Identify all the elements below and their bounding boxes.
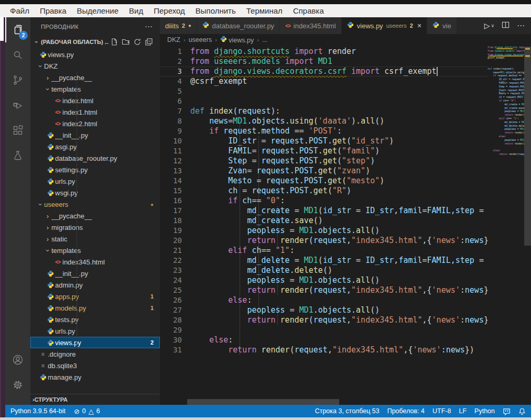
status-item-2[interactable]: UTF-8 — [432, 407, 451, 415]
explorer-icon[interactable]: 2 — [5, 17, 30, 42]
tree-folder-DKZ[interactable]: ›DKZ — [30, 60, 160, 72]
tree-file-wsgi.py[interactable]: wsgi.py — [30, 187, 160, 198]
menu-item-0[interactable]: Файл — [5, 6, 34, 15]
python-interpreter[interactable]: Python 3.9.5 64-bit — [10, 407, 66, 415]
testing-icon[interactable] — [5, 143, 30, 168]
new-file-icon[interactable] — [109, 37, 120, 47]
tree-file-settings.py[interactable]: settings.py — [30, 164, 160, 175]
status-item-3[interactable]: LF — [459, 407, 467, 415]
tree-folder-__pycache__[interactable]: ›__pycache__ — [30, 210, 160, 222]
tree-folder-templates[interactable]: ›templates — [30, 83, 160, 95]
tree-file-db.sqlite3[interactable]: ≡db.sqlite3 — [30, 360, 160, 371]
minimap[interactable]: from django.shortcuts import renderfrom … — [487, 46, 524, 405]
menu-item-4[interactable]: Переход — [149, 6, 190, 15]
menu-bar: ФайлПравкаВыделениеВидПереходВыполнитьТе… — [0, 4, 531, 17]
tree-file-asgi.py[interactable]: asgi.py — [30, 141, 160, 152]
tab-database_roouter.py[interactable]: database_roouter.py — [197, 17, 280, 34]
tree-item-label: __init__.py — [55, 131, 154, 139]
python-file-icon — [46, 328, 55, 335]
search-icon[interactable] — [5, 42, 30, 68]
tree-file-index2.html[interactable]: <>index2.html — [30, 118, 160, 129]
tree-item-label: views.py — [55, 339, 150, 347]
status-item-4[interactable]: Python — [474, 407, 495, 415]
python-file-icon — [46, 270, 55, 277]
problems-indicator[interactable]: ⊘ 0 △ 6 — [74, 407, 100, 415]
tree-item-label: static — [51, 235, 154, 243]
vertical-scrollbar[interactable] — [524, 47, 531, 246]
workspace-section-header[interactable]: › (РАБОЧАЯ ОБЛАСТЬ) ... — [30, 36, 160, 48]
tab-close-icon[interactable]: × — [417, 21, 421, 30]
run-python-file-button[interactable]: ▷∨ — [484, 21, 494, 30]
menu-item-7[interactable]: Справка — [288, 6, 329, 15]
tree-file-models.py[interactable]: models.py1 — [30, 302, 160, 314]
tree-file-manage.py[interactable]: manage.py — [30, 371, 160, 383]
menu-item-1[interactable]: Правка — [35, 6, 71, 15]
breadcrumb-item-DKZ[interactable]: DKZ — [167, 36, 180, 43]
tab-vie[interactable]: vie — [427, 17, 457, 34]
tree-file-__init__.py[interactable]: __init__.py — [30, 129, 160, 141]
code-editor[interactable]: 1234567891011121314151617181920212223242… — [160, 46, 531, 405]
line-numbers: 1234567891011121314151617181920212223242… — [160, 47, 182, 355]
chevron-right-icon: › — [44, 74, 51, 82]
new-folder-icon[interactable] — [120, 37, 132, 47]
tree-file-database_roouter.py[interactable]: database_roouter.py — [30, 152, 160, 164]
chevron-right-icon: › — [44, 212, 51, 220]
tree-file-tests.py[interactable]: tests.py — [30, 314, 160, 325]
python-file-icon — [46, 155, 55, 162]
menu-item-6[interactable]: Терминал — [242, 6, 287, 15]
notifications-bell-icon[interactable] — [518, 407, 526, 415]
chevron-down-icon: › — [44, 85, 52, 93]
sidebar-more-actions-icon[interactable]: ⋯ — [145, 22, 153, 31]
tree-file-views.py[interactable]: views.py — [30, 49, 160, 60]
tree-folder-useeers[interactable]: ›useeers● — [30, 198, 160, 210]
chevron-down-icon[interactable]: ∨ — [491, 23, 494, 28]
tree-file-views.py[interactable]: views.py2 — [30, 337, 160, 348]
tree-item-label: templates — [51, 247, 154, 255]
run-debug-icon[interactable] — [5, 93, 30, 118]
menu-item-5[interactable]: Выполнить — [191, 6, 241, 15]
tree-folder-__pycache__[interactable]: ›__pycache__ — [30, 72, 160, 83]
tree-file-admin.py[interactable]: admin.py — [30, 279, 160, 291]
collapse-folders-icon[interactable] — [143, 37, 155, 47]
status-item-1[interactable]: Пробелов: 4 — [387, 407, 425, 415]
breadcrumb-item-useeers[interactable]: useeers — [189, 36, 212, 43]
extensions-icon[interactable] — [5, 118, 30, 143]
tab-problems-badge: 2 — [410, 23, 413, 29]
breadcrumb[interactable]: DKZ›useeers› views.py›... — [160, 34, 531, 46]
tree-file-apps.py[interactable]: apps.py1 — [30, 291, 160, 302]
feedback-smiley-icon[interactable] — [503, 407, 511, 415]
status-item-0[interactable]: Строка 3, столбец 53 — [315, 407, 380, 415]
breadcrumb-item-views.py[interactable]: views.py — [220, 36, 254, 44]
account-icon[interactable] — [5, 347, 30, 372]
tree-file-__init__.py[interactable]: __init__.py — [30, 268, 160, 279]
tree-item-label: wsgi.py — [55, 189, 154, 197]
tree-file-index1.html[interactable]: <>index1.html — [30, 106, 160, 118]
tree-file-index345.html[interactable]: <>index345.html — [30, 256, 160, 268]
tree-folder-static[interactable]: ›static — [30, 233, 160, 245]
horizontal-scrollbar[interactable] — [187, 399, 339, 405]
errors-icon: ⊘ — [74, 407, 80, 415]
python-file-icon — [38, 374, 48, 381]
tab-diiits[interactable]: diiits2● — [160, 17, 197, 34]
tab-views.py[interactable]: views.pyuseeers2× — [342, 17, 427, 34]
tree-item-label: db.sqlite3 — [48, 362, 154, 370]
source-control-icon[interactable] — [5, 68, 30, 93]
tree-file-urls.py[interactable]: urls.py — [30, 325, 160, 337]
tree-file-.dcignore[interactable]: ≡.dcignore — [30, 348, 160, 360]
more-actions-icon[interactable]: ⋯ — [517, 21, 525, 30]
menu-item-2[interactable]: Выделение — [72, 6, 123, 15]
tree-folder-templates[interactable]: ›templates — [30, 245, 160, 256]
tree-file-index.html[interactable]: <>index.html — [30, 95, 160, 106]
tree-item-label: DKZ — [44, 62, 154, 70]
breadcrumb-item-...[interactable]: ... — [262, 36, 267, 43]
split-editor-icon[interactable] — [502, 21, 510, 31]
settings-gear-icon[interactable] — [5, 372, 30, 397]
workspace-label: (РАБОЧАЯ ОБЛАСТЬ) ... — [41, 39, 109, 45]
menu-item-3[interactable]: Вид — [124, 6, 148, 15]
outline-section-header[interactable]: › СТРУКТУРА — [30, 394, 160, 405]
tree-folder-migrations[interactable]: ›migrations — [30, 222, 160, 233]
tab-index345.html[interactable]: <>index345.html — [280, 17, 342, 34]
tree-file-urls.py[interactable]: urls.py — [30, 175, 160, 187]
refresh-icon[interactable] — [132, 37, 143, 47]
tab-label: diiits — [165, 22, 179, 30]
